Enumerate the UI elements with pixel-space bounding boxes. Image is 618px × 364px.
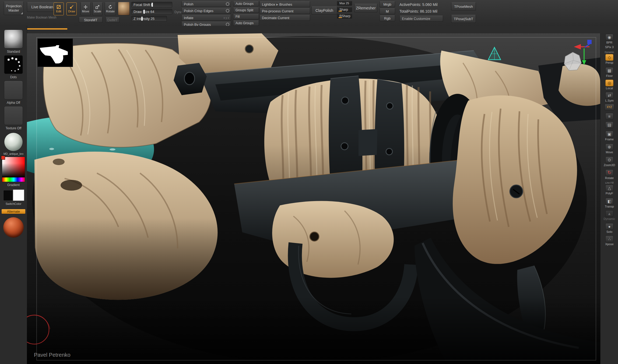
alternate-button[interactable]: Alternate (2, 209, 25, 214)
secondary-color-swatch[interactable] (13, 190, 24, 201)
polyf-button[interactable]: Line Fill △ PolyF (601, 182, 618, 195)
active-document-tab-indicator[interactable] (27, 28, 67, 30)
frame-button[interactable]: ▣ Frame (601, 131, 618, 141)
lightbox-label: Lightbox (262, 2, 275, 6)
xpose-label: Xpose (605, 243, 613, 246)
edit-icon (57, 5, 61, 9)
zbrush-window: Projection Master Live Boolean Make Bool… (0, 0, 618, 364)
sculpt-canvas[interactable]: Pavel Petrenko (27, 33, 600, 364)
inflate-axes-toggle[interactable]: x y z (223, 16, 229, 19)
xyz-button[interactable]: XYZ (601, 104, 618, 110)
switch-color-label: SwitchColor (0, 202, 27, 205)
xpose-button[interactable]: ∴ Xpose (601, 235, 618, 246)
lsym-button[interactable]: ⇄ L.Sym (601, 92, 618, 102)
active-points-label: ActivePoints: 5.060 Mil (399, 2, 438, 7)
rsharp-button[interactable]: RSharp (337, 13, 352, 19)
sharp-button[interactable]: Sharp (337, 7, 352, 12)
decimate-current-button[interactable]: Decimate Current (259, 15, 310, 21)
rgb-button[interactable]: Rgb (380, 15, 395, 21)
zremesher-button[interactable]: ZRemesher (354, 4, 377, 12)
lightbox-brushes-button[interactable]: Lightbox ▶ Brushes (259, 1, 310, 7)
focal-shift-slider[interactable]: Focal Shift 0 (131, 2, 172, 8)
max-slider[interactable]: Max 25 (337, 1, 352, 6)
scroll-canvas-button[interactable]: ≡ (601, 113, 618, 120)
local-icon: ◎ (605, 80, 613, 86)
saturation-value-area[interactable] (2, 157, 25, 177)
move-button[interactable]: Move (80, 2, 91, 15)
xpose-icon: ∴ (605, 235, 613, 242)
polish-modifier-icon[interactable] (226, 2, 229, 6)
tpose-subt-button[interactable]: TPose|SubT (451, 15, 476, 23)
mrgb-button[interactable]: Mrgb (380, 1, 395, 7)
hue-strip[interactable] (2, 177, 25, 182)
edit-button[interactable]: Edit (54, 2, 64, 15)
dynamic-persp-button[interactable]: Dynamic ◇ Persp (601, 51, 618, 64)
material-sphere-preview[interactable] (3, 217, 24, 238)
preprocess-current-button[interactable]: Pre-process Current (259, 8, 310, 14)
zoom3d-label: Zoom3D (604, 164, 615, 167)
zoom-canvas-button[interactable]: ▤ (601, 122, 618, 128)
rotate-canvas-label: Rotate (605, 177, 614, 180)
draw-size-slider[interactable]: Draw Size 64 (131, 9, 172, 15)
m-button[interactable]: M (380, 8, 395, 14)
bpr-icon: ◉ (605, 34, 613, 41)
auto-groups-2-button[interactable]: Auto Groups (233, 20, 259, 26)
live-boolean-button[interactable]: Live Boolean (27, 2, 58, 12)
draw-button[interactable]: Draw (66, 2, 77, 15)
move-icon (83, 5, 88, 9)
inflate-button[interactable]: Inflate x y z (181, 15, 231, 21)
clay-polish-button[interactable]: ClayPolish (311, 6, 337, 15)
rotate-button[interactable]: Rotate (105, 2, 116, 15)
document-tab-strip (0, 26, 618, 33)
rotate-canvas-icon: ↻ (605, 169, 613, 176)
del-mt-button[interactable]: DelMT (106, 17, 120, 23)
solo-button[interactable]: ● Solo (601, 223, 618, 233)
dynamic-persp-sub-label: Dynamic (605, 51, 614, 53)
polish-crisp-modifier-icon[interactable] (226, 9, 229, 13)
projection-master-button[interactable]: Projection Master (4, 2, 24, 15)
draw-size-handle[interactable] (143, 10, 145, 14)
focal-shift-handle[interactable] (152, 3, 153, 7)
dynamic-subdiv-button[interactable]: ▲ Dynamic (601, 210, 618, 220)
enable-customize-button[interactable]: Enable Customize (399, 16, 443, 22)
z-intensity-slider[interactable]: Z Intensity 25 (131, 16, 167, 22)
stroke-thumbnail-dots[interactable] (4, 55, 23, 74)
fill-button[interactable]: Fill (233, 14, 259, 19)
dots-stroke-icon (4, 55, 23, 74)
make-boolean-mesh-button[interactable]: Make Boolean Mesh (27, 16, 56, 19)
inflate-label: Inflate (184, 16, 193, 20)
sharp-slider-handle[interactable] (339, 11, 342, 12)
current-color-swatch[interactable] (1, 156, 5, 160)
color-picker[interactable] (2, 157, 25, 182)
auto-groups-button[interactable]: Auto Groups (233, 1, 259, 6)
transp-icon: ◧ (605, 198, 613, 205)
scale-button[interactable]: Scale (92, 2, 103, 15)
local-button[interactable]: ◎ Local (601, 80, 618, 90)
dynamic-subdiv-icon: ▲ (605, 210, 613, 217)
tpose-mesh-button[interactable]: TPoseMesh (451, 2, 476, 10)
move-canvas-button[interactable]: ⊕ Move (601, 144, 618, 154)
brush-thumbnail-standard[interactable] (4, 30, 23, 48)
material-thumbnail[interactable] (4, 133, 23, 151)
zoom3d-button[interactable]: ⊙ Zoom3D (601, 156, 618, 167)
current-brush-preview[interactable] (118, 2, 130, 15)
scale-label: Scale (94, 10, 101, 13)
floor-button[interactable]: ▦ Floor (601, 67, 618, 77)
rsharp-slider-handle[interactable] (339, 17, 342, 18)
main-color-swatch[interactable] (3, 190, 13, 201)
spix-slider[interactable]: SPix 3 (601, 46, 618, 49)
texture-thumbnail[interactable] (4, 106, 23, 125)
z-intensity-label: Z Intensity 25 (134, 17, 154, 21)
bpr-button[interactable]: ◉ BPR (601, 34, 618, 44)
z-intensity-handle[interactable] (141, 17, 143, 21)
alpha-thumbnail[interactable] (4, 81, 23, 99)
wireframe-marker (488, 47, 501, 60)
store-mt-button[interactable]: StoreMT (79, 17, 103, 23)
move-canvas-icon: ⊕ (605, 144, 613, 150)
polish-button[interactable]: Polish (181, 1, 231, 7)
groups-split-button[interactable]: Groups Split (233, 8, 259, 13)
transp-button[interactable]: ◧ Transp (601, 198, 618, 208)
rotate-canvas-button[interactable]: ↻ Rotate (601, 169, 618, 180)
polish-crisp-edges-button[interactable]: Polish Crisp Edges (181, 8, 231, 14)
polish-label: Polish (184, 2, 193, 6)
